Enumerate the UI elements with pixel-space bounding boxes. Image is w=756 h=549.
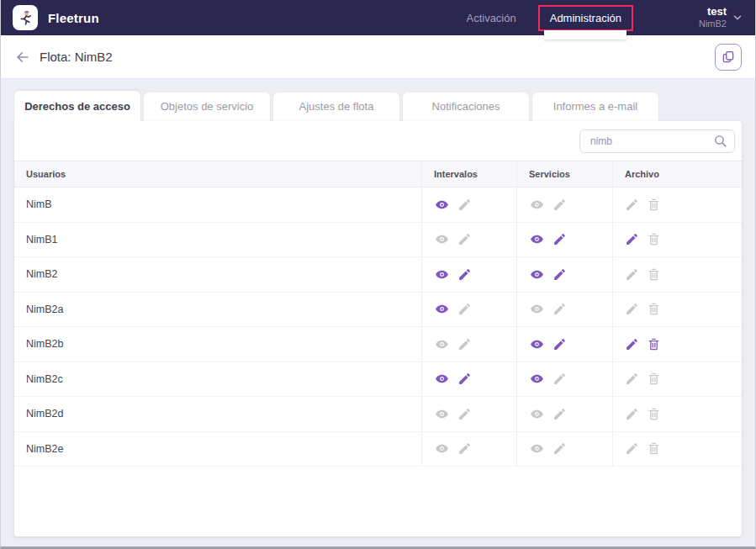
view-intervals-eye-icon[interactable] xyxy=(434,372,450,386)
edit-archive-pencil-icon[interactable] xyxy=(625,267,639,282)
edit-services-pencil-icon[interactable] xyxy=(552,372,567,386)
intervals-cell xyxy=(421,187,516,222)
view-services-eye-icon[interactable] xyxy=(529,267,545,282)
app-title: Fleetrun xyxy=(48,11,99,25)
tab-4[interactable]: Informes a e-mail xyxy=(532,92,658,121)
services-cell xyxy=(516,187,612,222)
delete-trash-icon[interactable] xyxy=(647,232,661,246)
tab-bar: Derechos de acceso Objetos de servicio A… xyxy=(14,91,742,121)
intervals-cell xyxy=(421,397,516,431)
intervals-cell xyxy=(421,293,516,327)
edit-archive-pencil-icon[interactable] xyxy=(625,372,639,386)
nav-item-administracion-wrap: Administración xyxy=(538,5,633,31)
view-services-eye-icon[interactable] xyxy=(529,407,545,421)
nav-item-administracion[interactable]: Administración xyxy=(538,5,633,31)
tab-3[interactable]: Notificaciones xyxy=(403,92,529,121)
services-cell xyxy=(516,327,612,362)
page-body: Derechos de acceso Objetos de servicio A… xyxy=(1,79,755,536)
nav-item-activacion[interactable]: Activación xyxy=(456,7,526,29)
user-name-cell: NimB2c xyxy=(14,362,421,397)
edit-services-pencil-icon[interactable] xyxy=(552,198,567,212)
page-title: Flota: NimB2 xyxy=(40,50,113,64)
edit-archive-pencil-icon[interactable] xyxy=(625,302,639,316)
edit-services-pencil-icon[interactable] xyxy=(552,407,567,421)
user-name-cell: NimB2e xyxy=(14,432,421,467)
delete-trash-icon[interactable] xyxy=(647,302,661,316)
tab-0[interactable]: Derechos de acceso xyxy=(14,91,140,121)
user-name-cell: NimB2b xyxy=(14,327,421,362)
services-cell xyxy=(516,293,612,327)
view-intervals-eye-icon[interactable] xyxy=(434,198,450,212)
archive-cell xyxy=(612,397,742,431)
edit-services-pencil-icon[interactable] xyxy=(552,232,567,246)
services-cell xyxy=(516,362,612,397)
search-input[interactable] xyxy=(579,129,735,153)
user-name-cell: NimB1 xyxy=(14,223,421,257)
delete-trash-icon[interactable] xyxy=(647,337,661,351)
intervals-cell xyxy=(421,362,516,397)
view-intervals-eye-icon[interactable] xyxy=(434,407,450,421)
user-name: test xyxy=(707,6,727,18)
edit-intervals-pencil-icon[interactable] xyxy=(457,441,472,456)
copy-fleet-button[interactable] xyxy=(715,44,742,71)
edit-intervals-pencil-icon[interactable] xyxy=(457,337,472,351)
user-name-cell: NimB2d xyxy=(14,397,421,431)
view-services-eye-icon[interactable] xyxy=(529,372,545,386)
view-services-eye-icon[interactable] xyxy=(529,337,545,351)
view-services-eye-icon[interactable] xyxy=(529,302,545,316)
user-texts: test NimB2 xyxy=(699,6,727,29)
back-button[interactable] xyxy=(14,49,31,66)
table-row: NimB2c xyxy=(14,362,742,398)
edit-services-pencil-icon[interactable] xyxy=(552,441,567,456)
arrow-left-icon xyxy=(14,49,31,66)
tab-2[interactable]: Ajustes de flota xyxy=(273,92,399,121)
edit-intervals-pencil-icon[interactable] xyxy=(457,372,472,386)
copy-icon xyxy=(721,50,736,65)
edit-archive-pencil-icon[interactable] xyxy=(625,407,639,421)
delete-trash-icon[interactable] xyxy=(647,372,661,386)
edit-intervals-pencil-icon[interactable] xyxy=(457,232,472,246)
view-intervals-eye-icon[interactable] xyxy=(434,267,450,282)
delete-trash-icon[interactable] xyxy=(647,267,661,282)
app-header: Fleetrun Activación Administración test … xyxy=(1,0,755,35)
edit-services-pencil-icon[interactable] xyxy=(552,267,567,282)
edit-intervals-pencil-icon[interactable] xyxy=(457,302,472,316)
archive-cell xyxy=(612,362,742,397)
intervals-cell xyxy=(421,257,516,292)
table-row: NimB2b xyxy=(14,327,742,362)
view-services-eye-icon[interactable] xyxy=(529,441,545,456)
view-intervals-eye-icon[interactable] xyxy=(434,232,450,246)
edit-archive-pencil-icon[interactable] xyxy=(625,198,639,212)
view-services-eye-icon[interactable] xyxy=(529,232,545,246)
col-servicios: Servicios xyxy=(516,161,612,187)
view-services-eye-icon[interactable] xyxy=(529,198,545,212)
app-window: Fleetrun Activación Administración test … xyxy=(0,0,756,549)
view-intervals-eye-icon[interactable] xyxy=(434,337,450,351)
delete-trash-icon[interactable] xyxy=(647,441,661,456)
archive-cell xyxy=(612,223,742,257)
archive-cell xyxy=(612,187,742,222)
edit-intervals-pencil-icon[interactable] xyxy=(457,267,472,282)
edit-archive-pencil-icon[interactable] xyxy=(625,441,639,456)
edit-intervals-pencil-icon[interactable] xyxy=(457,198,472,212)
delete-trash-icon[interactable] xyxy=(647,407,661,421)
edit-intervals-pencil-icon[interactable] xyxy=(457,407,472,421)
sub-header: Flota: NimB2 xyxy=(1,35,755,79)
user-menu[interactable]: test NimB2 xyxy=(699,6,743,29)
delete-trash-icon[interactable] xyxy=(647,198,661,212)
view-intervals-eye-icon[interactable] xyxy=(434,441,450,456)
edit-services-pencil-icon[interactable] xyxy=(552,337,567,351)
edit-services-pencil-icon[interactable] xyxy=(552,302,567,316)
services-cell xyxy=(516,397,612,431)
edit-archive-pencil-icon[interactable] xyxy=(625,337,639,351)
search-icon[interactable] xyxy=(713,134,727,148)
intervals-cell xyxy=(421,327,516,362)
user-name-cell: NimB2 xyxy=(14,257,421,292)
tab-1[interactable]: Objetos de servicio xyxy=(144,92,270,121)
intervals-cell xyxy=(421,223,516,257)
view-intervals-eye-icon[interactable] xyxy=(434,302,450,316)
table-row: NimB2 xyxy=(14,257,742,293)
edit-archive-pencil-icon[interactable] xyxy=(625,232,639,246)
content-card: Usuarios Intervalos Servicios Archivo Ni… xyxy=(14,121,742,536)
col-archivo: Archivo xyxy=(612,161,742,187)
